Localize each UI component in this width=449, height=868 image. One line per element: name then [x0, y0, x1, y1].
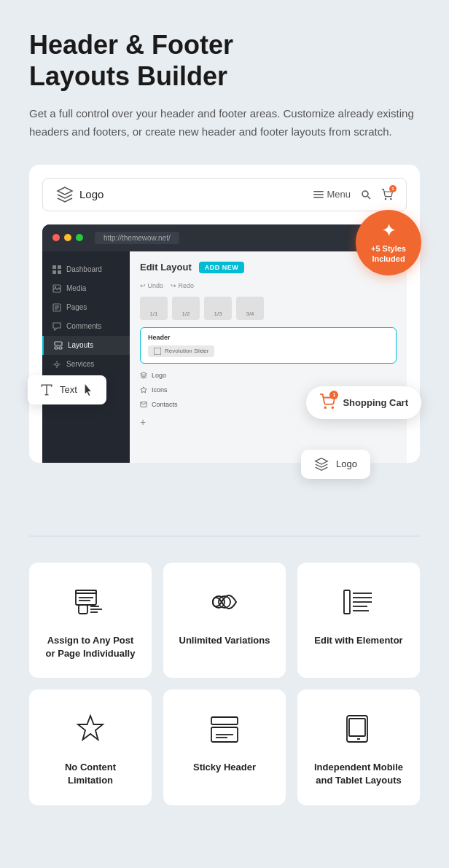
- svg-rect-11: [58, 265, 61, 269]
- app-body: Dashboard Media Pages Comments Layouts: [42, 251, 407, 463]
- svg-rect-2: [313, 197, 324, 198]
- feature-label-no-limit: No Content Limitation: [44, 761, 137, 787]
- col-1-1[interactable]: 1/1: [140, 297, 168, 320]
- svg-point-8: [332, 407, 334, 408]
- svg-marker-25: [141, 387, 147, 393]
- logo-float-icon: [314, 457, 329, 472]
- svg-rect-13: [58, 270, 61, 274]
- feature-card-mobile: Independent Mobile and Tablet Layouts: [297, 689, 420, 805]
- cart-icon-wrap: 1: [319, 394, 335, 412]
- url-bar: http://themewow.net/: [95, 232, 179, 244]
- preview-header-bar: Logo Menu 1: [42, 178, 407, 211]
- svg-rect-22: [59, 347, 62, 349]
- app-window: ✦ +5 Styles Included 1 Shopping Cart: [42, 224, 407, 463]
- menu-item-logo[interactable]: Logo: [140, 370, 397, 381]
- svg-rect-20: [55, 342, 62, 345]
- col-3-4[interactable]: 3/4: [236, 297, 264, 320]
- sidebar: Dashboard Media Pages Comments Layouts: [42, 251, 130, 463]
- feature-card-variations: Unlimited Variations: [163, 563, 286, 678]
- section-divider: [29, 536, 420, 536]
- svg-point-5: [385, 198, 386, 199]
- revolution-slider-badge[interactable]: Revolution Slider: [148, 345, 214, 357]
- styles-badge: ✦ +5 Styles Included: [356, 210, 421, 275]
- hamburger-icon: [313, 191, 324, 198]
- svg-rect-48: [349, 719, 365, 736]
- svg-rect-12: [52, 270, 56, 274]
- cube-icon: [140, 372, 147, 379]
- undo-btn[interactable]: ↩ Undo: [140, 282, 163, 289]
- col-1-2[interactable]: 1/2: [172, 297, 200, 320]
- layout-cols-selector: 1/1 1/2 1/3 3/4: [140, 297, 397, 320]
- text-tool-badge: Text: [28, 375, 106, 404]
- feature-label-elementor: Edit with Elementor: [314, 634, 402, 647]
- svg-rect-0: [313, 191, 324, 192]
- pages-icon: [52, 303, 61, 312]
- redo-btn[interactable]: ↪ Redo: [171, 282, 194, 289]
- svg-marker-41: [78, 716, 103, 740]
- sidebar-item-layouts[interactable]: Layouts: [42, 336, 130, 355]
- main-content: Edit Layout ADD NEW ↩ Undo ↪ Redo 1/1 1/…: [130, 251, 407, 463]
- feature-card-sticky: Sticky Header: [163, 689, 286, 805]
- logo-float-label: Logo: [336, 458, 357, 469]
- svg-line-4: [368, 196, 371, 199]
- slider-icon: [154, 348, 161, 355]
- feature-label-sticky: Sticky Header: [193, 761, 256, 774]
- svg-point-3: [362, 191, 368, 197]
- app-titlebar: http://themewow.net/: [42, 224, 407, 251]
- logo-float-badge: Logo: [301, 450, 370, 479]
- star-icon: [71, 710, 109, 748]
- feature-card-assign: Assign to Any Post or Page Individually: [29, 563, 152, 678]
- maximize-dot: [76, 234, 83, 241]
- media-icon: [52, 284, 61, 293]
- styles-icon: ✦: [382, 221, 395, 242]
- preview-nav-area: Menu 1: [313, 189, 393, 200]
- add-new-button[interactable]: ADD NEW: [199, 262, 245, 273]
- sidebar-item-dashboard[interactable]: Dashboard: [42, 260, 130, 279]
- svg-rect-46: [347, 716, 367, 742]
- page-title: Header & FooterLayouts Builder: [29, 29, 420, 92]
- svg-rect-10: [52, 265, 56, 269]
- mail-icon: [140, 401, 147, 408]
- star-small-icon: [140, 386, 147, 394]
- dashboard-icon: [52, 265, 61, 274]
- menu-icon-label: Menu: [313, 189, 351, 200]
- sticky-icon: [206, 710, 243, 748]
- undo-redo-bar: ↩ Undo ↪ Redo: [140, 282, 397, 289]
- feature-label-mobile: Independent Mobile and Tablet Layouts: [312, 761, 405, 787]
- svg-rect-1: [313, 194, 324, 195]
- page-description: Get a full control over your header and …: [29, 105, 420, 141]
- svg-rect-24: [154, 348, 161, 355]
- sidebar-item-media[interactable]: Media: [42, 279, 130, 298]
- svg-point-7: [325, 407, 327, 408]
- cart-float-badge: 1: [329, 391, 338, 399]
- header-section: Header Revolution Slider: [140, 327, 397, 364]
- svg-point-23: [55, 363, 58, 366]
- comments-icon: [52, 322, 61, 331]
- sidebar-item-comments[interactable]: Comments: [42, 317, 130, 336]
- assign-icon: [71, 583, 109, 621]
- feature-label-assign: Assign to Any Post or Page Individually: [44, 634, 137, 660]
- shopping-cart-label: Shopping Cart: [343, 397, 408, 408]
- cart-icon-area: 1: [381, 189, 393, 200]
- layouts-icon: [54, 341, 63, 350]
- styles-badge-text: +5 Styles Included: [356, 243, 421, 265]
- svg-rect-21: [55, 347, 58, 349]
- logo-cube-icon: [56, 186, 74, 203]
- features-grid: Assign to Any Post or Page Individually …: [29, 563, 420, 805]
- svg-rect-31: [79, 605, 87, 614]
- svg-rect-42: [211, 717, 238, 724]
- shopping-cart-badge: 1 Shopping Cart: [306, 386, 421, 419]
- feature-label-variations: Unlimited Variations: [179, 634, 270, 647]
- feature-card-elementor: Edit with Elementor: [297, 563, 420, 678]
- text-tool-label: Text: [60, 384, 77, 395]
- header-section-label: Header: [148, 334, 389, 341]
- services-icon: [52, 360, 61, 369]
- text-cursor-icon: [39, 383, 54, 397]
- col-1-3[interactable]: 1/3: [204, 297, 232, 320]
- cursor-icon: [83, 384, 95, 396]
- sidebar-item-services[interactable]: Services: [42, 355, 130, 374]
- edit-layout-title: Edit Layout: [140, 262, 192, 273]
- sidebar-item-pages[interactable]: Pages: [42, 298, 130, 317]
- elementor-icon: [340, 583, 378, 621]
- preview-logo-text: Logo: [79, 188, 104, 200]
